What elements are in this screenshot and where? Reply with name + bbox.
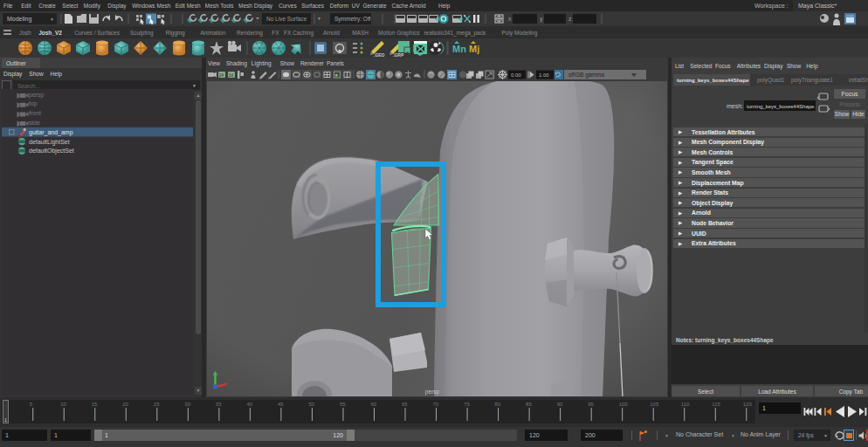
svg-text:Mj: Mj <box>469 44 479 54</box>
svg-text:45: 45 <box>278 402 284 407</box>
svg-text:z: z <box>568 16 572 22</box>
svg-text:25: 25 <box>154 402 160 407</box>
svg-text:120: 120 <box>743 402 753 407</box>
svg-text:top: top <box>29 100 38 107</box>
svg-text:95: 95 <box>588 402 594 407</box>
svg-text:Mn: Mn <box>452 44 466 54</box>
svg-text:persp: persp <box>425 389 440 395</box>
svg-text:guitar_and_amp: guitar_and_amp <box>29 129 73 136</box>
svg-text:55: 55 <box>340 402 346 407</box>
svg-text:65: 65 <box>402 402 408 407</box>
svg-text:side: side <box>29 120 40 126</box>
svg-text:x: x <box>508 16 512 22</box>
svg-text:40: 40 <box>246 402 252 407</box>
svg-text:30: 30 <box>184 402 190 407</box>
svg-text:35: 35 <box>216 402 222 407</box>
svg-text:110: 110 <box>681 402 690 407</box>
svg-text:75: 75 <box>464 402 470 407</box>
svg-text:y: y <box>540 16 543 23</box>
svg-text:10: 10 <box>60 402 66 407</box>
svg-text:defaultObjectSet: defaultObjectSet <box>29 148 74 155</box>
svg-text:front: front <box>29 110 41 116</box>
svg-text:50: 50 <box>308 402 314 407</box>
svg-text:115: 115 <box>712 402 720 407</box>
svg-text:85: 85 <box>526 402 532 407</box>
svg-text:80: 80 <box>495 402 501 407</box>
svg-text:20: 20 <box>122 402 128 407</box>
svg-text:24: 24 <box>219 72 224 78</box>
svg-text:x: x <box>406 50 409 55</box>
svg-text:105: 105 <box>650 402 659 407</box>
svg-text:0.00: 0.00 <box>511 72 521 78</box>
svg-text:sRGB gamma: sRGB gamma <box>568 72 604 79</box>
svg-text:defaultLightSet: defaultLightSet <box>29 139 70 146</box>
svg-text:1.00: 1.00 <box>539 72 549 78</box>
svg-text:70: 70 <box>433 402 439 407</box>
svg-text:90: 90 <box>557 402 563 407</box>
svg-text:3d: 3d <box>229 72 234 78</box>
svg-text:persp: persp <box>29 92 45 99</box>
svg-text:15: 15 <box>92 402 98 407</box>
svg-text:60: 60 <box>370 402 376 407</box>
svg-text:100: 100 <box>619 402 629 407</box>
svg-text:5: 5 <box>30 402 33 407</box>
